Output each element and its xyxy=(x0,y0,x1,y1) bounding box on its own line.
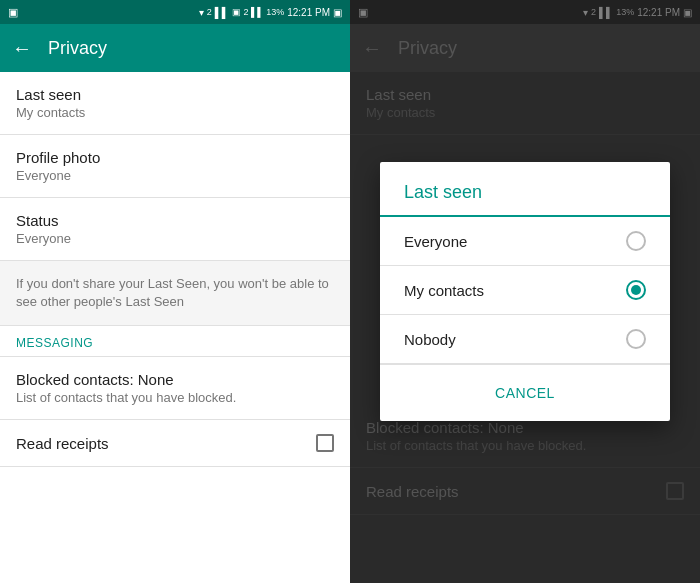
dialog-overlay: Last seen Everyone My contacts Nobody Ca… xyxy=(350,0,700,583)
option-my-contacts[interactable]: My contacts xyxy=(380,266,670,315)
page-title-left: Privacy xyxy=(48,38,107,59)
profile-photo-title: Profile photo xyxy=(16,149,334,166)
option-nobody[interactable]: Nobody xyxy=(380,315,670,364)
cancel-button[interactable]: Cancel xyxy=(479,377,571,409)
content-left: Last seen My contacts Profile photo Ever… xyxy=(0,72,350,583)
status-bar-left: ▣ ▾ 2 ▌▌ ▣ 2 ▌▌ 13% 12:21 PM ▣ xyxy=(0,0,350,24)
option-everyone-radio[interactable] xyxy=(626,231,646,251)
info-box: If you don't share your Last Seen, you w… xyxy=(0,261,350,326)
last-seen-dialog: Last seen Everyone My contacts Nobody Ca… xyxy=(380,162,670,421)
status-title: Status xyxy=(16,212,334,229)
info-box-text: If you don't share your Last Seen, you w… xyxy=(16,275,334,311)
profile-photo-subtitle: Everyone xyxy=(16,168,334,183)
read-receipts-item[interactable]: Read receipts xyxy=(0,420,350,467)
blocked-contacts-title: Blocked contacts: None xyxy=(16,371,334,388)
dialog-cancel-row: Cancel xyxy=(380,364,670,421)
option-my-contacts-radio[interactable] xyxy=(626,280,646,300)
blocked-contacts-subtitle: List of contacts that you have blocked. xyxy=(16,390,334,405)
option-nobody-label: Nobody xyxy=(404,331,456,348)
status-left-icons: ▣ xyxy=(8,6,18,19)
status-subtitle: Everyone xyxy=(16,231,334,246)
blocked-contacts-item[interactable]: Blocked contacts: None List of contacts … xyxy=(0,357,350,420)
dialog-title: Last seen xyxy=(380,162,670,217)
profile-photo-item[interactable]: Profile photo Everyone xyxy=(0,135,350,198)
messaging-section-header: MESSAGING xyxy=(0,326,350,357)
right-panel: ▣ ▾ 2 ▌▌ 13% 12:21 PM ▣ ← Privacy Last s… xyxy=(350,0,700,583)
battery-label: ▣ 2 ▌▌ 13% xyxy=(232,7,284,17)
wifi-icon: ▾ xyxy=(199,7,204,18)
read-receipts-checkbox[interactable] xyxy=(316,434,334,452)
screen-icon: ▣ xyxy=(8,6,18,19)
last-seen-item[interactable]: Last seen My contacts xyxy=(0,72,350,135)
status-item[interactable]: Status Everyone xyxy=(0,198,350,261)
back-button-left[interactable]: ← xyxy=(12,37,32,60)
status-right-info: ▾ 2 ▌▌ ▣ 2 ▌▌ 13% 12:21 PM ▣ xyxy=(199,7,342,18)
last-seen-title: Last seen xyxy=(16,86,334,103)
last-seen-subtitle: My contacts xyxy=(16,105,334,120)
network-icon: 2 xyxy=(207,7,212,17)
toolbar-left: ← Privacy xyxy=(0,24,350,72)
option-my-contacts-label: My contacts xyxy=(404,282,484,299)
option-everyone[interactable]: Everyone xyxy=(380,217,670,266)
signal-icon: ▌▌ xyxy=(215,7,229,18)
time-left: 12:21 PM xyxy=(287,7,330,18)
option-everyone-label: Everyone xyxy=(404,233,467,250)
photo-icon: ▣ xyxy=(333,7,342,18)
left-panel: ▣ ▾ 2 ▌▌ ▣ 2 ▌▌ 13% 12:21 PM ▣ ← Privacy… xyxy=(0,0,350,583)
read-receipts-title: Read receipts xyxy=(16,435,109,452)
option-nobody-radio[interactable] xyxy=(626,329,646,349)
